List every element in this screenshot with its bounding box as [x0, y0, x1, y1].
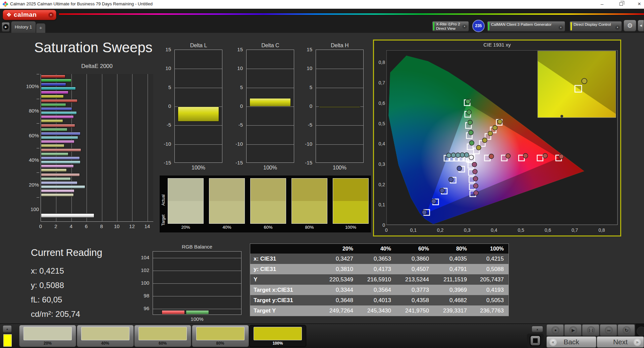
back-button[interactable]: « Back	[546, 336, 596, 348]
collapse-panel-button[interactable]: ◀	[638, 20, 644, 31]
deltae-bar	[41, 181, 77, 185]
green-measured-marker	[466, 99, 470, 104]
table-row: Y220,5349216,5910213,5244211,1519205,743…	[250, 274, 508, 285]
pattern-button-100%[interactable]: 100%	[249, 325, 306, 347]
y-tick-label: 0	[375, 222, 385, 228]
stop-button[interactable]: ■	[546, 324, 564, 336]
meter-count-badge[interactable]: 235	[472, 20, 485, 32]
swatch-pair	[209, 178, 245, 224]
delta-l-x-label: 100%	[174, 165, 222, 171]
white-point-measured-marker	[469, 155, 474, 160]
chevron-down-icon: ▼	[615, 25, 620, 30]
deltae-bar	[41, 136, 78, 139]
play-button[interactable]: ▶	[564, 324, 582, 336]
gear-icon[interactable]: ⚙	[624, 20, 636, 31]
blue-measured-marker	[422, 210, 427, 215]
rgb-balance-x-label: 100%	[153, 316, 241, 322]
green-balance-bar	[186, 310, 209, 315]
swatch-column: 40%	[209, 178, 245, 230]
transport-scroll-up-button[interactable]: ▲	[532, 326, 543, 332]
pattern-button-60%[interactable]: 60%	[134, 325, 191, 347]
red-measured-marker	[489, 154, 494, 159]
y-tick-label: -5	[231, 122, 243, 128]
tab-history-1[interactable]: History 1	[11, 21, 36, 33]
pattern-scroll-up-button[interactable]: ▲	[3, 325, 12, 333]
rgb-balance-title: RGB Balance	[153, 244, 241, 250]
refresh-button[interactable]: ↻	[618, 324, 635, 336]
table-value: 236,7763	[472, 305, 508, 316]
y-tick-label: 15	[231, 47, 243, 52]
gridline	[247, 69, 294, 69]
y-tick-label: 10	[301, 65, 312, 71]
continuous-measure-button[interactable]: ∞	[600, 324, 617, 336]
cyan-measured-marker	[446, 153, 451, 158]
next-button[interactable]: Next »	[597, 336, 644, 348]
single-measure-button[interactable]: [··]	[582, 324, 599, 336]
y-tick-label: 0	[301, 103, 312, 109]
y-tick-label: 0,8	[375, 60, 385, 65]
pattern-button-20%[interactable]: 20%	[19, 325, 76, 347]
axis-tick	[37, 99, 39, 99]
blue-measured-marker	[431, 199, 436, 204]
display-control-dropdown[interactable]: Direct Display Control ▼	[570, 21, 622, 31]
measure-icon: [··]	[587, 326, 595, 334]
yellow-measured-marker	[476, 145, 481, 150]
source-dropdown[interactable]: CalMAN Client 3 Pattern Generator ▼	[487, 21, 565, 31]
table-value: 245,3430	[358, 305, 396, 316]
swatch-pair	[333, 178, 369, 224]
table-value: 211,1519	[434, 274, 472, 285]
gridline	[175, 69, 222, 69]
swatch-label: 40%	[209, 225, 245, 230]
table-value: 0,4173	[358, 264, 396, 274]
gridline	[247, 125, 294, 126]
gridline	[132, 74, 132, 221]
table-value: 249,7264	[320, 305, 358, 316]
cyan-measured-marker	[460, 153, 465, 157]
chevron-left-icon: «	[549, 339, 557, 346]
tab-scroll-button[interactable]: ▶	[2, 22, 10, 32]
pattern-swatch	[139, 327, 187, 340]
pattern-button-40%[interactable]: 40%	[77, 325, 134, 347]
deltae-bar	[41, 152, 68, 156]
x-tick-label: 0,6	[542, 227, 553, 233]
meter-dropdown[interactable]: X-Rite i1Pro 2 Direct View ▼	[432, 21, 469, 31]
deltae-bar	[41, 173, 80, 177]
pattern-button-80%[interactable]: 80%	[192, 325, 249, 347]
gridline	[175, 144, 222, 145]
gridline	[153, 271, 241, 271]
swatch-pair	[250, 178, 286, 224]
magenta-measured-marker	[473, 177, 478, 181]
pattern-window-button[interactable]	[527, 334, 544, 348]
table-row: y: CIE310,38100,41730,45070,47910,5088	[250, 264, 508, 274]
table-value: 213,5244	[396, 274, 434, 285]
table-value: 0,4215	[472, 254, 508, 264]
minimize-button[interactable]: –	[595, 0, 609, 8]
restore-button[interactable]	[614, 0, 629, 8]
deltae-bar	[41, 124, 75, 127]
table-value: 0,5088	[472, 264, 508, 274]
y-tick-label: 0,6	[375, 100, 385, 106]
group-label: 60%	[29, 133, 39, 138]
cyan-measured-marker	[455, 153, 460, 157]
calman-logo-icon: ❖	[6, 11, 11, 18]
deltae-bar	[41, 132, 80, 135]
group-label: 80%	[29, 108, 39, 114]
display-status-indicator	[571, 22, 572, 30]
swatch-label: 60%	[250, 225, 286, 230]
y-tick-label: -10	[160, 141, 171, 147]
swatch-column: 80%	[291, 178, 327, 230]
x-tick-label: 0,5	[515, 227, 527, 233]
calman-menu-button[interactable]: ❖ calman ▼	[3, 10, 56, 20]
meter-status-indicator	[433, 22, 434, 30]
gridline	[316, 125, 363, 126]
deltae-bar	[41, 115, 74, 119]
deltae-bar	[41, 177, 71, 181]
close-button[interactable]: ×	[632, 0, 644, 8]
reading-x: x: 0,4215	[31, 266, 64, 276]
deltae-bar	[41, 119, 63, 123]
group-label: 40%	[29, 157, 39, 163]
table-value: 0,3860	[396, 254, 434, 264]
magenta-measured-marker	[474, 191, 478, 195]
x-tick-label: 0,4	[488, 227, 500, 233]
add-tab-button[interactable]: +	[36, 23, 45, 33]
